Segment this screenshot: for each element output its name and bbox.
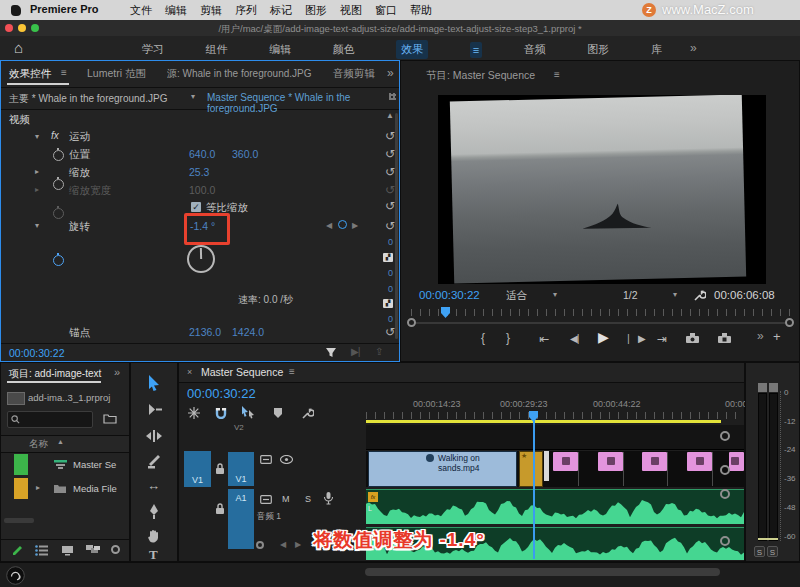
bin-expand-chevron-icon[interactable]: ▸ bbox=[36, 483, 40, 492]
label-color-chip-green[interactable] bbox=[14, 454, 28, 475]
position-reset-icon[interactable]: ↺ bbox=[385, 149, 395, 159]
zoom-fit-select[interactable]: 适合 bbox=[506, 289, 527, 303]
program-zoom-handle-right[interactable] bbox=[785, 318, 794, 327]
creative-cloud-icon[interactable] bbox=[6, 566, 25, 585]
work-area-bar[interactable] bbox=[366, 420, 721, 423]
track-scroll-handle[interactable] bbox=[720, 465, 730, 475]
sort-ascending-icon[interactable]: ▲ bbox=[57, 438, 64, 445]
name-column-header[interactable]: 名称 bbox=[29, 438, 48, 451]
value-graph-icon[interactable]: ▞ bbox=[383, 253, 393, 262]
audio-clip-a1[interactable]: fx L bbox=[366, 489, 744, 524]
apple-logo-icon[interactable] bbox=[11, 5, 21, 16]
master-collapse-chevron-icon[interactable]: ▾ bbox=[191, 92, 195, 101]
snap-magnet-icon[interactable] bbox=[215, 407, 227, 419]
pin-to-clip-icon[interactable] bbox=[389, 93, 396, 100]
project-tab[interactable]: 项目: add-image-text bbox=[9, 367, 101, 381]
project-filename[interactable]: add-ima..3_1.prproj bbox=[28, 392, 110, 403]
icon-view-icon[interactable] bbox=[61, 545, 74, 556]
slip-tool[interactable]: ↔ bbox=[147, 478, 160, 493]
zoom-slider-icon[interactable] bbox=[111, 545, 120, 554]
uniform-scale-reset-icon[interactable]: ↺ bbox=[385, 201, 395, 211]
track-scroll-handle[interactable] bbox=[720, 431, 730, 441]
anchor-y-value[interactable]: 1424.0 bbox=[232, 326, 264, 338]
selection-tool[interactable] bbox=[147, 375, 161, 391]
tab-audio-clip-mixer[interactable]: 音频剪辑 bbox=[333, 67, 375, 81]
project-item-label[interactable]: Media File bbox=[73, 483, 117, 494]
program-panel-menu-icon[interactable]: ≡ bbox=[554, 69, 560, 80]
track-v2-content[interactable] bbox=[366, 425, 744, 450]
velocity-graph-icon[interactable]: ▞ bbox=[383, 299, 393, 308]
menu-clip[interactable]: 剪辑 bbox=[200, 3, 222, 18]
scroll-up-icon[interactable]: ▲ bbox=[386, 111, 394, 120]
track-target-a1[interactable]: A1 bbox=[228, 489, 254, 549]
rotation-stopwatch-icon[interactable] bbox=[53, 255, 64, 266]
menu-marker[interactable]: 标记 bbox=[270, 3, 292, 18]
project-scrollbar[interactable] bbox=[4, 518, 34, 523]
track-scroll-handle[interactable] bbox=[720, 536, 730, 546]
position-stopwatch-icon[interactable] bbox=[53, 150, 64, 161]
scale-reset-icon[interactable]: ↺ bbox=[385, 167, 395, 177]
timeline-settings-wrench-icon[interactable] bbox=[301, 407, 314, 420]
menu-edit[interactable]: 编辑 bbox=[165, 3, 187, 18]
hand-tool[interactable] bbox=[147, 529, 161, 543]
workspace-tab-edit[interactable]: 编辑 bbox=[269, 42, 291, 57]
zoom-fit-chevron-icon[interactable]: ▾ bbox=[553, 290, 557, 299]
menubar-app-name[interactable]: Premiere Pro bbox=[30, 3, 98, 15]
workspace-tab-learn[interactable]: 学习 bbox=[142, 42, 164, 57]
solo-left-button[interactable]: S bbox=[754, 546, 765, 557]
add-marker-icon[interactable] bbox=[273, 407, 283, 419]
motion-effect-label[interactable]: 运动 bbox=[69, 130, 90, 144]
program-video-stage[interactable] bbox=[438, 95, 766, 284]
track-target-v1[interactable]: V1 bbox=[228, 452, 254, 486]
linked-selection-icon[interactable] bbox=[241, 406, 255, 419]
play-button[interactable]: ▶ bbox=[598, 329, 609, 345]
program-playhead-icon[interactable] bbox=[441, 307, 450, 318]
track-height-preset-icon[interactable] bbox=[256, 541, 264, 549]
rotation-value[interactable]: -1.4 ° bbox=[190, 220, 215, 232]
playback-resolution-select[interactable]: 1/2 bbox=[623, 289, 638, 301]
mark-out-button[interactable]: } bbox=[506, 331, 510, 345]
graphic-clip[interactable] bbox=[598, 452, 623, 471]
home-icon[interactable]: ⌂ bbox=[14, 39, 23, 56]
graphic-clip[interactable] bbox=[687, 452, 712, 471]
tab-lumetri-scopes[interactable]: Lumetri 范围 bbox=[87, 67, 146, 81]
menu-window[interactable]: 窗口 bbox=[375, 3, 397, 18]
program-zoom-handle-left[interactable] bbox=[407, 318, 416, 327]
sequence-clip-label[interactable]: Master Sequence * Whale in the foregroun… bbox=[207, 92, 383, 114]
track-output-eye-icon[interactable] bbox=[280, 455, 293, 464]
menu-graphics[interactable]: 图形 bbox=[305, 3, 327, 18]
playback-res-chevron-icon[interactable]: ▾ bbox=[673, 290, 677, 299]
workspace-tab-effects-menu-icon[interactable]: ≡ bbox=[470, 42, 482, 58]
master-clip-label[interactable]: 主要 * Whale in the foreground.JPG bbox=[9, 92, 167, 106]
tab-source-monitor[interactable]: 源: Whale in the foreground.JPG bbox=[167, 67, 312, 81]
project-search-input[interactable] bbox=[7, 411, 93, 428]
rotation-add-keyframe-icon[interactable] bbox=[338, 220, 347, 229]
razor-tool[interactable] bbox=[147, 455, 161, 469]
go-to-in-button[interactable]: ⇤ bbox=[539, 332, 549, 346]
tab-effect-controls[interactable]: 效果控件 bbox=[9, 67, 51, 81]
scale-expand-chevron-icon[interactable]: ▸ bbox=[35, 167, 39, 176]
anchor-x-value[interactable]: 2136.0 bbox=[189, 326, 221, 338]
whale-image[interactable] bbox=[450, 95, 746, 284]
workspace-tab-assembly[interactable]: 组件 bbox=[206, 42, 228, 57]
position-x-value[interactable]: 640.0 bbox=[189, 148, 215, 160]
go-to-out-button[interactable]: ⇥ bbox=[657, 332, 667, 346]
extract-button-icon[interactable] bbox=[717, 333, 732, 344]
writable-pencil-icon[interactable] bbox=[11, 544, 24, 557]
scroll-left-icon[interactable]: ◀ bbox=[280, 540, 286, 549]
lift-button-icon[interactable] bbox=[685, 333, 700, 344]
rotation-prev-keyframe-icon[interactable]: ◀ bbox=[326, 221, 332, 230]
label-color-chip-orange[interactable] bbox=[14, 478, 28, 499]
rotation-next-keyframe-icon[interactable]: ▶ bbox=[352, 221, 358, 230]
sync-lock-icon[interactable] bbox=[260, 495, 272, 504]
project-tabs-overflow-icon[interactable]: » bbox=[114, 366, 120, 378]
effect-tabs-overflow-icon[interactable]: » bbox=[387, 66, 394, 80]
track-lock-icon[interactable] bbox=[215, 503, 225, 514]
ripple-edit-tool[interactable] bbox=[145, 430, 163, 442]
menu-file[interactable]: 文件 bbox=[130, 3, 152, 18]
motion-reset-icon[interactable]: ↺ bbox=[385, 131, 395, 141]
motion-expand-chevron-icon[interactable]: ▾ bbox=[35, 132, 39, 141]
timeline-ruler[interactable] bbox=[366, 412, 744, 419]
type-tool[interactable]: T bbox=[149, 547, 158, 563]
timeline-panel-menu-icon[interactable]: ≡ bbox=[289, 366, 295, 377]
